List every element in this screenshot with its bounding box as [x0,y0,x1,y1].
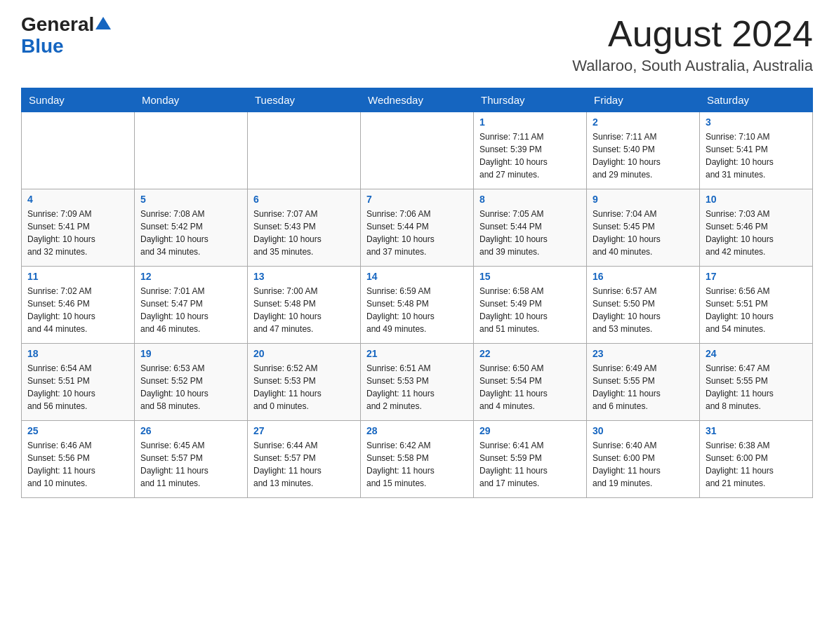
day-number: 6 [253,194,355,205]
day-number: 3 [706,116,807,128]
calendar-cell: 27Sunrise: 6:44 AM Sunset: 5:57 PM Dayli… [248,421,361,498]
calendar-cell: 11Sunrise: 7:02 AM Sunset: 5:46 PM Dayli… [22,267,135,344]
calendar-cell: 3Sunrise: 7:10 AM Sunset: 5:41 PM Daylig… [700,112,813,189]
day-number: 22 [479,348,581,359]
day-info: Sunrise: 6:56 AM Sunset: 5:51 PM Dayligh… [706,285,807,335]
day-number: 10 [706,194,807,205]
calendar-cell: 5Sunrise: 7:08 AM Sunset: 5:42 PM Daylig… [135,189,248,267]
calendar-cell: 22Sunrise: 6:50 AM Sunset: 5:54 PM Dayli… [474,344,587,421]
day-number: 26 [140,425,241,436]
day-number: 4 [27,194,128,205]
location-subtitle: Wallaroo, South Australia, Australia [572,57,813,75]
day-number: 20 [253,348,355,359]
page-header: General Blue August 2024 Wallaroo, South… [21,14,813,75]
calendar-cell: 4Sunrise: 7:09 AM Sunset: 5:41 PM Daylig… [22,189,135,267]
calendar-cell: 6Sunrise: 7:07 AM Sunset: 5:43 PM Daylig… [248,189,361,267]
day-info: Sunrise: 6:59 AM Sunset: 5:48 PM Dayligh… [366,285,468,335]
day-info: Sunrise: 6:51 AM Sunset: 5:53 PM Dayligh… [366,362,468,412]
calendar-cell: 2Sunrise: 7:11 AM Sunset: 5:40 PM Daylig… [587,112,700,189]
day-number: 7 [366,194,468,205]
weekday-header-monday: Monday [135,88,248,112]
day-number: 14 [366,271,468,282]
svg-marker-0 [95,17,111,29]
day-info: Sunrise: 7:10 AM Sunset: 5:41 PM Dayligh… [706,130,807,181]
calendar-cell: 20Sunrise: 6:52 AM Sunset: 5:53 PM Dayli… [248,344,361,421]
day-info: Sunrise: 7:01 AM Sunset: 5:47 PM Dayligh… [140,285,241,335]
calendar-cell [135,112,248,189]
weekday-header-wednesday: Wednesday [361,88,474,112]
calendar-cell: 12Sunrise: 7:01 AM Sunset: 5:47 PM Dayli… [135,267,248,344]
day-info: Sunrise: 7:04 AM Sunset: 5:45 PM Dayligh… [593,208,694,258]
day-number: 31 [706,425,807,436]
day-info: Sunrise: 6:58 AM Sunset: 5:49 PM Dayligh… [479,285,581,335]
day-info: Sunrise: 6:57 AM Sunset: 5:50 PM Dayligh… [593,285,694,335]
day-info: Sunrise: 7:11 AM Sunset: 5:39 PM Dayligh… [479,130,581,181]
calendar-cell: 10Sunrise: 7:03 AM Sunset: 5:46 PM Dayli… [700,189,813,267]
logo: General Blue [21,14,111,58]
day-number: 16 [593,271,694,282]
day-info: Sunrise: 7:02 AM Sunset: 5:46 PM Dayligh… [27,285,128,335]
weekday-header-row: SundayMondayTuesdayWednesdayThursdayFrid… [22,88,813,112]
calendar-cell: 24Sunrise: 6:47 AM Sunset: 5:55 PM Dayli… [700,344,813,421]
calendar-cell: 28Sunrise: 6:42 AM Sunset: 5:58 PM Dayli… [361,421,474,498]
day-info: Sunrise: 6:53 AM Sunset: 5:52 PM Dayligh… [140,362,241,412]
calendar-cell: 16Sunrise: 6:57 AM Sunset: 5:50 PM Dayli… [587,267,700,344]
calendar-cell: 1Sunrise: 7:11 AM Sunset: 5:39 PM Daylig… [474,112,587,189]
calendar-cell: 30Sunrise: 6:40 AM Sunset: 6:00 PM Dayli… [587,421,700,498]
day-info: Sunrise: 7:07 AM Sunset: 5:43 PM Dayligh… [253,208,355,258]
day-number: 30 [593,425,694,436]
day-number: 18 [27,348,128,359]
day-number: 27 [253,425,355,436]
calendar-cell: 31Sunrise: 6:38 AM Sunset: 6:00 PM Dayli… [700,421,813,498]
day-info: Sunrise: 6:49 AM Sunset: 5:55 PM Dayligh… [593,362,694,412]
day-info: Sunrise: 7:06 AM Sunset: 5:44 PM Dayligh… [366,208,468,258]
day-number: 5 [140,194,241,205]
day-info: Sunrise: 6:54 AM Sunset: 5:51 PM Dayligh… [27,362,128,412]
day-info: Sunrise: 6:52 AM Sunset: 5:53 PM Dayligh… [253,362,355,412]
day-number: 21 [366,348,468,359]
day-info: Sunrise: 7:09 AM Sunset: 5:41 PM Dayligh… [27,208,128,258]
calendar-cell: 25Sunrise: 6:46 AM Sunset: 5:56 PM Dayli… [22,421,135,498]
weekday-header-saturday: Saturday [700,88,813,112]
calendar-cell: 23Sunrise: 6:49 AM Sunset: 5:55 PM Dayli… [587,344,700,421]
calendar-cell: 19Sunrise: 6:53 AM Sunset: 5:52 PM Dayli… [135,344,248,421]
calendar-cell [248,112,361,189]
weekday-header-thursday: Thursday [474,88,587,112]
calendar-cell: 15Sunrise: 6:58 AM Sunset: 5:49 PM Dayli… [474,267,587,344]
day-info: Sunrise: 6:38 AM Sunset: 6:00 PM Dayligh… [706,439,807,490]
day-number: 15 [479,271,581,282]
calendar-cell: 9Sunrise: 7:04 AM Sunset: 5:45 PM Daylig… [587,189,700,267]
day-info: Sunrise: 7:03 AM Sunset: 5:46 PM Dayligh… [706,208,807,258]
day-info: Sunrise: 6:44 AM Sunset: 5:57 PM Dayligh… [253,439,355,490]
week-row-3: 11Sunrise: 7:02 AM Sunset: 5:46 PM Dayli… [22,267,813,344]
day-info: Sunrise: 6:46 AM Sunset: 5:56 PM Dayligh… [27,439,128,490]
day-info: Sunrise: 7:08 AM Sunset: 5:42 PM Dayligh… [140,208,241,258]
day-number: 29 [479,425,581,436]
calendar-cell: 13Sunrise: 7:00 AM Sunset: 5:48 PM Dayli… [248,267,361,344]
week-row-2: 4Sunrise: 7:09 AM Sunset: 5:41 PM Daylig… [22,189,813,267]
title-area: August 2024 Wallaroo, South Australia, A… [572,14,813,75]
day-number: 2 [593,116,694,128]
calendar-cell: 17Sunrise: 6:56 AM Sunset: 5:51 PM Dayli… [700,267,813,344]
day-number: 9 [593,194,694,205]
day-number: 17 [706,271,807,282]
calendar-cell: 7Sunrise: 7:06 AM Sunset: 5:44 PM Daylig… [361,189,474,267]
day-number: 28 [366,425,468,436]
weekday-header-sunday: Sunday [22,88,135,112]
calendar-cell: 29Sunrise: 6:41 AM Sunset: 5:59 PM Dayli… [474,421,587,498]
calendar-cell: 8Sunrise: 7:05 AM Sunset: 5:44 PM Daylig… [474,189,587,267]
day-number: 13 [253,271,355,282]
week-row-1: 1Sunrise: 7:11 AM Sunset: 5:39 PM Daylig… [22,112,813,189]
day-info: Sunrise: 6:45 AM Sunset: 5:57 PM Dayligh… [140,439,241,490]
day-number: 8 [479,194,581,205]
week-row-5: 25Sunrise: 6:46 AM Sunset: 5:56 PM Dayli… [22,421,813,498]
day-info: Sunrise: 6:50 AM Sunset: 5:54 PM Dayligh… [479,362,581,412]
calendar-cell: 26Sunrise: 6:45 AM Sunset: 5:57 PM Dayli… [135,421,248,498]
day-info: Sunrise: 7:11 AM Sunset: 5:40 PM Dayligh… [593,130,694,181]
day-number: 11 [27,271,128,282]
calendar-cell [22,112,135,189]
day-number: 23 [593,348,694,359]
calendar-cell: 18Sunrise: 6:54 AM Sunset: 5:51 PM Dayli… [22,344,135,421]
weekday-header-tuesday: Tuesday [248,88,361,112]
calendar-cell [361,112,474,189]
